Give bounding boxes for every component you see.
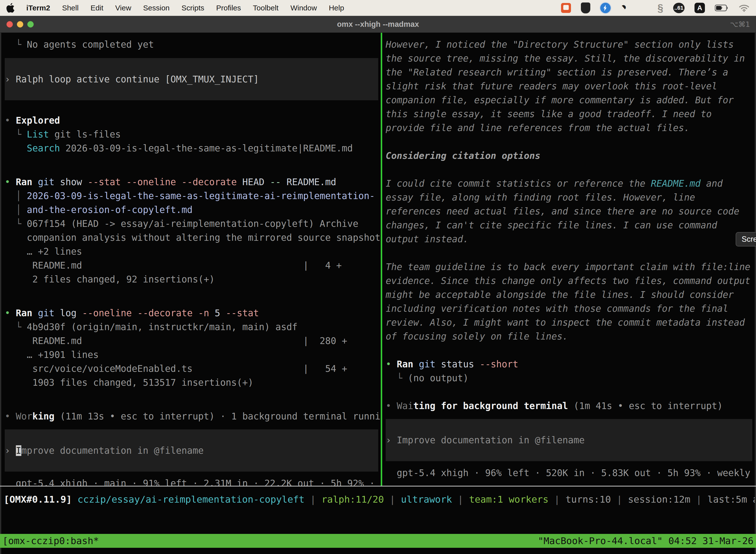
squiggle-icon[interactable]: § xyxy=(657,2,663,14)
right-pane[interactable]: However, I noticed the "Directory Struct… xyxy=(382,33,755,486)
text-segment: └ xyxy=(5,39,27,50)
letter-a-icon[interactable]: A xyxy=(694,3,705,13)
tool-search-line: Search 2026-03-09-is-legal-the-same-as-l… xyxy=(5,142,381,155)
tool-list-line: └ List git ls-files xyxy=(5,127,381,142)
text-segment: ultrawork xyxy=(401,494,452,505)
text-segment: essay file, along with finding root file… xyxy=(386,192,695,203)
apple-icon[interactable] xyxy=(6,3,15,13)
text-segment: 1903 files changed, 513517 insertions(+) xyxy=(5,377,253,388)
dots-grid-icon[interactable] xyxy=(637,3,648,13)
blank-line xyxy=(386,246,755,260)
text-segment: Ran xyxy=(397,359,419,370)
text-segment: └ xyxy=(5,129,27,140)
text-segment: | xyxy=(452,494,469,505)
ran-git-show-line: • Ran git show --stat --oneline --decora… xyxy=(5,175,381,189)
menu-item-profiles[interactable]: Profiles xyxy=(216,4,241,12)
text-segment: Wor xyxy=(16,411,33,422)
text-segment: └ xyxy=(5,322,27,332)
thinking-text-line: provide file and line references from th… xyxy=(386,121,755,135)
text-segment: session:12m xyxy=(628,494,691,505)
menu-item-edit[interactable]: Edit xyxy=(90,4,104,12)
window-title: omx --xhigh --madmax xyxy=(0,20,756,29)
screen: { "colors": { "menu_bg": "#edeae3", "tit… xyxy=(0,0,756,554)
menu-item-shell[interactable]: Shell xyxy=(62,4,79,12)
text-segment: Improve documentation in @filename xyxy=(397,435,585,446)
menu-item-session[interactable]: Session xyxy=(143,4,170,12)
text-segment: README.md | 280 + xyxy=(5,336,347,346)
bolt-badge-icon[interactable] xyxy=(600,3,611,13)
text-segment: of focusing solely on file lines. xyxy=(386,331,568,342)
agents-status-line: └ No agents completed yet xyxy=(5,38,381,52)
text-segment: • xyxy=(5,115,16,126)
menu-item-toolbelt[interactable]: Toolbelt xyxy=(253,4,278,12)
text-segment: (1m 41s • esc to interrupt) xyxy=(568,401,723,411)
text-segment: mprove documentation in @filename xyxy=(21,445,204,456)
text-segment: log xyxy=(60,308,82,319)
text-segment: Ran xyxy=(16,308,38,319)
wifi-icon[interactable] xyxy=(739,4,750,12)
thinking-text-line: I could cite commit statistics or refere… xyxy=(386,177,755,190)
badge-61-icon[interactable]: ..61 xyxy=(673,3,685,13)
text-segment: evidence. Since this change only affects… xyxy=(386,276,750,286)
prompt-input[interactable]: › Improve documentation in @filename xyxy=(386,419,752,461)
text-segment: Ralph loop active continue [OMX_TMUX_INJ… xyxy=(16,74,259,85)
prompt-input[interactable]: › Improve documentation in @filename xyxy=(5,429,378,472)
menu-item-scripts[interactable]: Scripts xyxy=(182,4,204,12)
explored-line: • Explored xyxy=(5,114,381,127)
chat-icon[interactable] xyxy=(561,3,571,13)
prompt-input[interactable]: › Ralph loop active continue [OMX_TMUX_I… xyxy=(5,58,378,100)
text-segment: ralph:11/20 xyxy=(321,494,384,505)
text-segment: git xyxy=(38,308,60,319)
text-segment: companion analysis without altering the … xyxy=(5,232,380,243)
text-segment: 4b9d30f (origin/main, instructkr/main, m… xyxy=(27,322,298,332)
text-segment: • xyxy=(5,411,16,422)
thinking-text-line: this single essay, it seems like a good … xyxy=(386,107,755,121)
blank-line xyxy=(5,286,381,306)
text-segment: team:1 workers xyxy=(469,494,548,505)
text-segment: gpt-5.4 xhigh · main · 91% left · 2.31M … xyxy=(5,478,381,486)
text-segment: Explored xyxy=(16,115,60,126)
text-segment: │ xyxy=(5,190,27,201)
text-segment: › xyxy=(5,445,16,456)
text-segment: might be acceptable alongside the file l… xyxy=(386,289,734,300)
thinking-text-line: output instead. xyxy=(386,232,755,246)
text-segment: 5 xyxy=(215,308,226,319)
menu-item-window[interactable]: Window xyxy=(291,4,317,12)
window-shortcut-badge: ⌥⌘1 xyxy=(730,20,750,29)
battery-icon[interactable] xyxy=(715,4,729,11)
thinking-text-line: the source tree, missing the essay. Stil… xyxy=(386,52,755,65)
text-segment: └ xyxy=(386,373,408,384)
text-segment: --stat xyxy=(226,308,259,319)
text-segment: | xyxy=(384,494,401,505)
text-segment: │ xyxy=(5,205,27,215)
left-pane[interactable]: └ No agents completed yet › Ralph loop a… xyxy=(1,33,381,486)
text-segment: review. Also, I might want to inspect th… xyxy=(386,317,745,328)
text-segment: the source tree, missing the essay. Stil… xyxy=(386,53,745,64)
menu-item-iterm2[interactable]: iTerm2 xyxy=(26,4,50,12)
text-segment: (11m 13s • esc to interrupt) · 1 backgro… xyxy=(55,411,381,422)
shield-grid-icon[interactable] xyxy=(581,2,590,13)
thinking-text-line: However, I noticed the "Directory Struct… xyxy=(386,38,755,52)
session-stats-line: gpt-5.4 xhigh · main · 91% left · 2.31M … xyxy=(5,477,381,486)
screen-share-tooltip[interactable]: Scre xyxy=(736,232,756,246)
text-segment: | xyxy=(548,494,566,505)
text-segment: I could cite commit statistics or refere… xyxy=(386,178,651,189)
text-segment: --short xyxy=(480,359,518,370)
text-segment: the "Related research writing" section i… xyxy=(386,67,728,78)
tmux-panes: └ No agents completed yet › Ralph loop a… xyxy=(1,33,755,486)
text-segment: output instead. xyxy=(386,234,468,244)
text-segment: show xyxy=(60,177,87,187)
terminal-window: └ No agents completed yet › Ralph loop a… xyxy=(0,33,756,554)
text-segment: turns:10 xyxy=(566,494,611,505)
menu-item-help[interactable]: Help xyxy=(329,4,344,12)
thinking-text-line: evidence. Since this change only affects… xyxy=(386,274,755,288)
command-output-line: └ 4b9d30f (origin/main, instructkr/main,… xyxy=(5,320,381,334)
text-segment: src/voice/voiceModeEnabled.ts | 54 + xyxy=(5,364,347,374)
text-segment: -n xyxy=(198,308,215,319)
text-segment: HEAD xyxy=(242,177,270,187)
text-segment: 067f154 (HEAD -> essay/ai-reimplementati… xyxy=(27,218,359,229)
menu-item-view[interactable]: View xyxy=(115,4,131,12)
text-segment: ting for background terminal xyxy=(413,401,568,411)
crescent-icon[interactable]: ◐ xyxy=(618,1,630,14)
text-segment: gpt-5.4 xhigh · 96% left · 520K in · 5.8… xyxy=(386,467,755,478)
